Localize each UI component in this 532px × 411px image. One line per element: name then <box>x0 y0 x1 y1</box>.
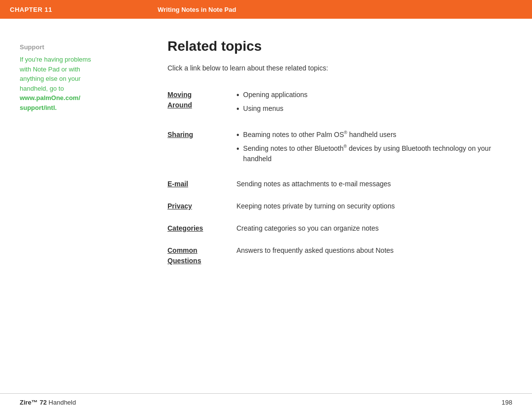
sidebar-text: If you're having problems with Note Pad … <box>20 55 138 112</box>
table-row: Sharing • Beaming notes to other Palm OS… <box>167 127 502 170</box>
sidebar-label: Support <box>20 43 138 51</box>
table-row: Categories Creating categories so you ca… <box>167 220 502 237</box>
topic-label-moving[interactable]: MovingAround <box>167 87 236 121</box>
topic-content-email: Sending notes as attachments to e-mail m… <box>236 176 502 192</box>
table-row: MovingAround • Opening applications • Us… <box>167 87 502 121</box>
topic-label-common[interactable]: CommonQuestions <box>167 242 236 269</box>
topic-content-privacy: Keeping notes private by turning on secu… <box>236 198 502 214</box>
table-row: Privacy Keeping notes private by turning… <box>167 198 502 214</box>
footer: Zire™ 72 Handheld 198 <box>0 393 532 411</box>
topic-content-common: Answers to frequently asked questions ab… <box>236 242 502 269</box>
table-row: CommonQuestions Answers to frequently as… <box>167 242 502 269</box>
sidebar-link[interactable]: www.palmOne.com/ <box>20 94 80 102</box>
list-item: • Using menus <box>236 103 502 114</box>
bullet-icon: • <box>236 103 239 114</box>
header-bar: CHAPTER 11 Writing Notes in Note Pad <box>0 0 532 19</box>
page-title: Related topics <box>167 38 502 54</box>
topic-content-moving: • Opening applications • Using menus <box>236 87 502 121</box>
table-row: E-mail Sending notes as attachments to e… <box>167 176 502 192</box>
bullet-icon: • <box>236 130 239 140</box>
footer-brand: Zire™ 72 Handheld <box>20 399 76 406</box>
topic-content-sharing: • Beaming notes to other Palm OS® handhe… <box>236 127 502 170</box>
list-item: • Sending notes to other Bluetooth® devi… <box>236 143 502 164</box>
topic-label-privacy[interactable]: Privacy <box>167 198 236 214</box>
list-item: • Opening applications <box>236 90 502 101</box>
bullet-icon: • <box>236 143 239 154</box>
topics-table: MovingAround • Opening applications • Us… <box>167 87 502 269</box>
footer-page-number: 198 <box>501 399 512 406</box>
topic-label-sharing[interactable]: Sharing <box>167 127 236 170</box>
topic-label-email[interactable]: E-mail <box>167 176 236 192</box>
content-area: Support If you're having problems with N… <box>0 19 532 393</box>
chapter-title: Writing Notes in Note Pad <box>158 6 522 13</box>
sidebar-link2[interactable]: support/intl. <box>20 104 57 111</box>
topic-label-categories[interactable]: Categories <box>167 220 236 237</box>
sidebar: Support If you're having problems with N… <box>0 19 153 393</box>
chapter-label: CHAPTER 11 <box>10 6 158 13</box>
intro-text: Click a link below to learn about these … <box>167 64 502 72</box>
bullet-icon: • <box>236 90 239 101</box>
main-content: Related topics Click a link below to lea… <box>153 19 532 393</box>
list-item: • Beaming notes to other Palm OS® handhe… <box>236 130 502 140</box>
topic-content-categories: Creating categories so you can organize … <box>236 220 502 237</box>
brand-name: Zire™ 72 <box>20 399 47 406</box>
